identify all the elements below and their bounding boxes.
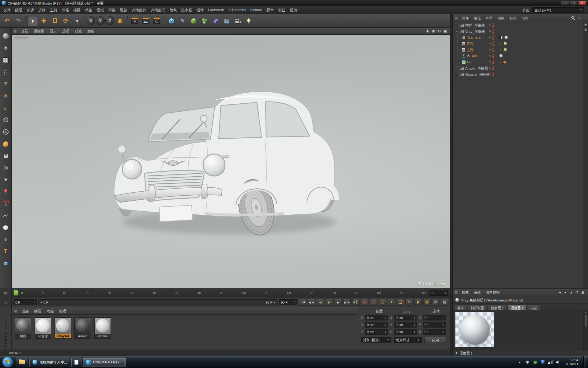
ime-icon[interactable]: 中 (525, 360, 530, 365)
light-tag-icon[interactable] (503, 48, 507, 52)
minimize-button[interactable]: ─ (561, 1, 569, 5)
camera-button[interactable] (232, 16, 243, 26)
timeline-layers-icon[interactable]: ▤ (4, 291, 7, 295)
redo-button[interactable]: ↷ (13, 16, 23, 26)
add-cube-button[interactable] (166, 16, 177, 26)
om-menu-bookmarks[interactable]: 书签 (519, 16, 530, 21)
lock-button[interactable] (2, 151, 10, 160)
expand-icon[interactable]: + (455, 73, 458, 76)
scroll-up-icon[interactable]: ▲ (585, 310, 587, 314)
tab-specular-layer[interactable]: 镜射层 1 (488, 305, 507, 310)
expand-icon[interactable]: + (455, 67, 458, 70)
object-row-camera[interactable]: Camera ✎ (453, 34, 588, 40)
menu-edit[interactable]: 编辑 (13, 7, 24, 13)
home-icon[interactable]: ⌂ (578, 16, 581, 20)
volume-icon[interactable] (556, 360, 560, 365)
mat-menu-texture[interactable]: 纹理 (57, 309, 69, 313)
range-right-arrow-icon[interactable]: ► (273, 301, 276, 304)
zoom-view-icon[interactable]: ⊕ (432, 29, 435, 33)
viewport-canvas[interactable]: 网格间距 : 100 cm (12, 35, 450, 288)
text-tool-button[interactable]: T (2, 247, 10, 256)
taskbar-notepad-button[interactable] (71, 358, 81, 367)
object-row-arnold-renderer[interactable]: + Arnold_渲染器 ✎ (453, 65, 588, 71)
menu-script[interactable]: 脚本 (264, 7, 276, 13)
visibility-dots[interactable] (492, 66, 494, 70)
panel-grip-icon[interactable]: ▦ (13, 29, 17, 33)
pos-z-field[interactable]: 0 cm▲▼ (365, 329, 388, 335)
visibility-dots[interactable] (492, 35, 494, 40)
spinner-icon[interactable]: ▲▼ (443, 316, 444, 319)
goto-end-button[interactable]: ►▏ (352, 299, 360, 306)
composition-tag-icon[interactable] (499, 36, 503, 39)
tab-material-weight[interactable]: 材质权重 (468, 305, 487, 310)
panel-splitter[interactable] (450, 14, 453, 356)
viewport-scroll-nub[interactable] (14, 36, 28, 39)
pos-x-field[interactable]: 0 cm▲▼ (365, 315, 388, 320)
mat-menu-edit[interactable]: 编辑 (32, 309, 43, 313)
timeline-ruler[interactable]: 0 5 10 15 20 25 30 35 40 45 50 55 60 65 … (12, 288, 450, 297)
fcurve-button[interactable] (2, 211, 10, 220)
hidden-icons-button[interactable]: ▲ (517, 360, 522, 365)
menu-xparticles[interactable]: X-Particles (226, 8, 248, 12)
taskbar-cinema4d-button[interactable]: CINEMA 4D R17... (83, 358, 126, 367)
key-scale-toggle[interactable] (397, 299, 404, 306)
panel-grip-icon[interactable]: ▦ (14, 309, 17, 313)
material-item[interactable]: Octane (94, 317, 111, 339)
enable-snap-button[interactable]: S (2, 128, 10, 136)
size-z-field[interactable]: 0 cm▲▼ (394, 329, 417, 335)
key-rotation-toggle[interactable]: ⟳ (405, 299, 413, 306)
enabled-check-icon[interactable]: ✓ (499, 60, 502, 64)
lock-y-axis-button[interactable]: Y (96, 16, 105, 25)
undo-button[interactable]: ↶ (2, 16, 12, 26)
key-pla-toggle[interactable]: ▦ (423, 299, 431, 306)
close-button[interactable]: ✕ (578, 1, 586, 5)
lock-z-axis-button[interactable]: Z (105, 16, 114, 25)
menu-sculpt[interactable]: 雕刻 (118, 7, 129, 13)
favorites-button[interactable]: ♥ (2, 175, 10, 184)
filter-icon[interactable]: ◉ (584, 23, 588, 27)
enabled-check-icon[interactable]: ✓ (499, 48, 502, 52)
layer-panel-icon[interactable]: ▥ (584, 28, 588, 32)
history-back-icon[interactable]: ◄ (558, 291, 561, 294)
spinner-icon[interactable]: ▲▼ (385, 316, 386, 319)
expand-icon[interactable]: + (455, 24, 458, 27)
visibility-dots[interactable] (492, 41, 494, 46)
menu-laubwerk[interactable]: Laubwerk (206, 8, 226, 12)
spinner-icon[interactable]: ▲▼ (385, 330, 386, 333)
next-key-button[interactable]: ►► (343, 299, 351, 306)
last-tool-button[interactable]: ➤ (72, 16, 82, 26)
menu-simulate[interactable]: 模拟 (94, 7, 106, 13)
visibility-dots[interactable] (492, 54, 494, 58)
edit-state-icon[interactable]: ✎ (489, 54, 491, 58)
render-settings-button[interactable] (152, 16, 162, 26)
menu-animate[interactable]: 动画 (83, 7, 94, 13)
coord-mode-dropdown[interactable]: 对象 (相对)▼ (361, 337, 391, 343)
menu-character[interactable]: 角色 (167, 7, 179, 13)
panel-options-icon[interactable]: ▦ (582, 291, 584, 294)
paint-tool-button[interactable] (2, 140, 10, 148)
menu-octane[interactable]: Octane (248, 8, 264, 12)
key-position-toggle[interactable]: ✚ (388, 299, 395, 306)
mat-menu-function[interactable]: 功能 (44, 309, 56, 313)
material-item[interactable]: Arnold (74, 317, 91, 339)
visibility-dots[interactable] (492, 60, 494, 64)
menu-plugins[interactable]: 插件 (194, 7, 206, 13)
taskbar-explorer-button[interactable] (16, 358, 28, 367)
mat-menu-create[interactable]: 创建 (19, 309, 31, 313)
taskbar-browser-button[interactable]: 黑桃鱼的个人主... (29, 358, 70, 367)
clay-button[interactable] (2, 223, 10, 232)
panel-grip-icon[interactable]: ▦ (454, 290, 458, 294)
menu-mesh[interactable]: 网格 (59, 7, 71, 13)
interface-dropdown[interactable]: 启动 (用户) ▼ (532, 7, 584, 13)
pos-y-field[interactable]: 0 cm▲▼ (365, 322, 388, 328)
spinner-icon[interactable]: ▲▼ (443, 323, 444, 326)
enabled-check-icon[interactable]: ✓ (499, 42, 502, 46)
texture-tag-icon[interactable] (504, 36, 508, 39)
menu-mograph[interactable]: 运动图形 (148, 7, 167, 13)
timeline-options-button[interactable]: ▤ (432, 299, 439, 306)
object-row-keylight[interactable]: 主光 ✎ ✓ (453, 47, 588, 53)
edit-state-icon[interactable]: ✎ (489, 30, 491, 33)
edit-state-icon[interactable]: ✎ (489, 36, 491, 39)
attribute-scrollbar[interactable]: ▲ (583, 310, 588, 350)
edit-state-icon[interactable]: ✎ (489, 48, 491, 52)
